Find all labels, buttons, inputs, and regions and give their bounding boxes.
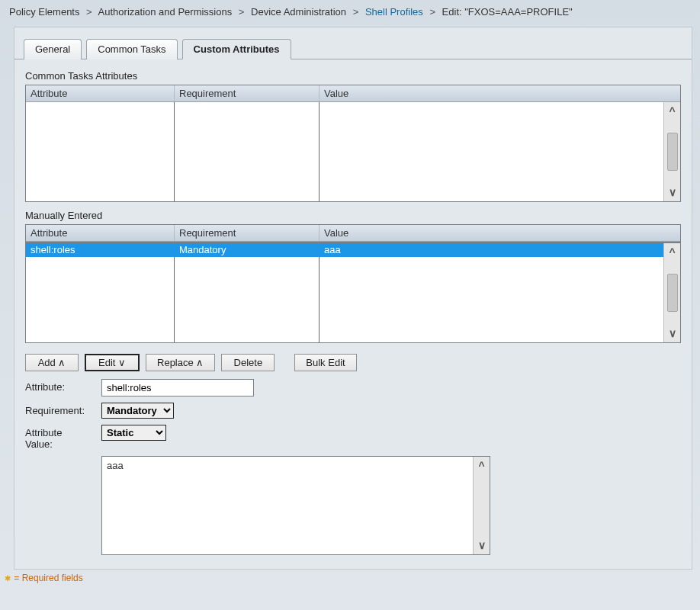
col-header-attribute[interactable]: Attribute [26, 225, 175, 241]
edit-button[interactable]: Edit ∨ [85, 354, 140, 371]
grid-manual: Attribute Requirement Value shell:roles … [25, 224, 681, 343]
grid-common-tasks: Attribute Requirement Value ^ ∨ [25, 85, 681, 202]
breadcrumb-policy-elements[interactable]: Policy Elements [9, 6, 79, 18]
scrollbar[interactable]: ^ ∨ [663, 243, 680, 342]
cell-value: aaa [319, 243, 663, 257]
grid-header: Attribute Requirement Value [26, 225, 680, 242]
chevron-right-icon: > [86, 6, 92, 18]
tab-custom-attributes[interactable]: Custom Attributes [182, 39, 291, 59]
grid-empty-area[interactable] [26, 102, 663, 201]
add-button[interactable]: Add ∧ [25, 354, 79, 371]
scroll-down-icon[interactable]: ∨ [478, 539, 486, 551]
col-header-attribute[interactable]: Attribute [26, 85, 175, 101]
tab-general[interactable]: General [24, 39, 82, 59]
breadcrumb-device-admin[interactable]: Device Administration [251, 6, 346, 18]
scroll-down-icon[interactable]: ∨ [669, 327, 676, 339]
replace-button[interactable]: Replace ∧ [146, 354, 215, 371]
scroll-thumb[interactable] [667, 274, 678, 312]
scroll-up-icon[interactable]: ^ [669, 105, 675, 117]
breadcrumb: Policy Elements > Authorization and Perm… [0, 0, 700, 24]
table-row[interactable]: shell:roles Mandatory aaa [26, 243, 663, 257]
panel-body: Common Tasks Attributes Attribute Requir… [14, 59, 692, 569]
button-row: Add ∧ Edit ∨ Replace ∧ Delete Bulk Edit [25, 354, 681, 371]
chevron-right-icon: > [239, 6, 245, 18]
delete-button[interactable]: Delete [221, 354, 275, 371]
requirement-select[interactable]: Mandatory [101, 403, 174, 419]
breadcrumb-shell-profiles[interactable]: Shell Profiles [365, 6, 423, 18]
tab-common-tasks[interactable]: Common Tasks [86, 39, 177, 59]
col-header-value[interactable]: Value [319, 85, 680, 101]
required-star-icon [5, 573, 11, 583]
scroll-down-icon[interactable]: ∨ [669, 186, 676, 198]
attribute-label: Attribute: [25, 379, 101, 393]
grid-header: Attribute Requirement Value [26, 85, 680, 102]
section-title-common-tasks: Common Tasks Attributes [25, 70, 681, 82]
content-panel: General Common Tasks Custom Attributes C… [14, 27, 692, 570]
attribute-value-text: aaa [102, 457, 473, 554]
col-header-value[interactable]: Value [319, 225, 680, 241]
breadcrumb-edit-title: Edit: "FXOS=AAA=PROFILE" [442, 6, 573, 18]
col-header-requirement[interactable]: Requirement [175, 85, 319, 101]
attribute-input[interactable] [101, 379, 254, 396]
scroll-up-icon[interactable]: ^ [669, 246, 675, 258]
scroll-thumb[interactable] [667, 133, 678, 171]
chevron-right-icon: > [429, 6, 435, 18]
attribute-value-label: Attribute Value: [25, 425, 101, 450]
breadcrumb-authorization[interactable]: Authorization and Permissions [98, 6, 233, 18]
section-title-manual: Manually Entered [25, 210, 681, 221]
scrollbar[interactable]: ^ ∨ [473, 457, 490, 554]
chevron-right-icon: > [353, 6, 359, 18]
scrollbar[interactable]: ^ ∨ [663, 102, 680, 201]
attribute-value-textarea[interactable]: aaa ^ ∨ [101, 456, 490, 555]
tab-bar: General Common Tasks Custom Attributes [14, 27, 692, 59]
requirement-label: Requirement: [25, 403, 101, 416]
cell-requirement: Mandatory [175, 243, 319, 257]
scroll-up-icon[interactable]: ^ [478, 460, 484, 472]
col-header-requirement[interactable]: Requirement [175, 225, 319, 241]
required-fields-note: = Required fields [0, 570, 700, 583]
attribute-value-type-select[interactable]: Static [101, 425, 166, 441]
cell-attribute: shell:roles [26, 243, 175, 257]
bulk-edit-button[interactable]: Bulk Edit [294, 354, 356, 371]
